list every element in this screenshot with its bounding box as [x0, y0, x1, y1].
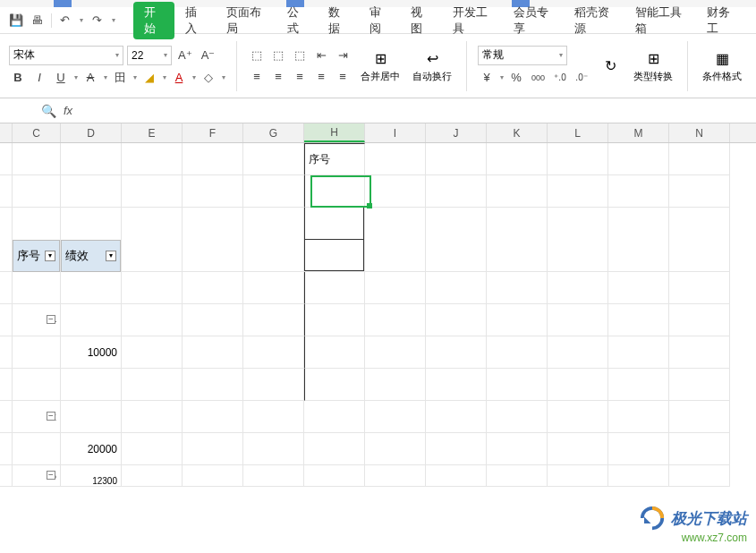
col-header-L[interactable]: L [548, 123, 608, 142]
zoom-out-icon[interactable]: 🔍 [41, 104, 56, 118]
cell-H6[interactable] [304, 304, 365, 336]
formula-input[interactable] [80, 102, 747, 120]
font-name-select[interactable]: 宋体 ▾ [9, 46, 123, 65]
number-format-select[interactable]: 常规 ▾ [478, 46, 567, 65]
diamond-dd[interactable]: ▾ [222, 73, 225, 81]
cell-perf-12300[interactable]: 12300 [61, 465, 122, 487]
align-bottom-icon[interactable]: ⬚ [291, 47, 309, 64]
fill-color-button[interactable]: ◢ [140, 69, 158, 87]
cell-H-header[interactable]: 序号 [304, 143, 365, 175]
align-top-icon[interactable]: ⬚ [248, 47, 266, 64]
col-header-C[interactable]: C [13, 123, 61, 142]
cell-H5[interactable] [304, 272, 365, 304]
redo-icon[interactable]: ↷ [90, 13, 104, 28]
font-color-button[interactable]: A [170, 69, 188, 87]
strike-dd[interactable]: ▾ [104, 73, 107, 81]
font-size-select[interactable]: 22 ▾ [127, 46, 172, 65]
currency-button[interactable]: ¥ [478, 69, 496, 87]
currency-dd[interactable]: ▾ [500, 73, 504, 81]
save-icon[interactable]: 💾 [9, 13, 23, 28]
dec-inc-button[interactable]: ⁺.0 [551, 69, 569, 87]
group-collapse-icon-3[interactable]: − [47, 471, 55, 480]
filter-seq-icon[interactable]: ▾ [45, 251, 55, 261]
tab-dev[interactable]: 开发工具 [442, 1, 503, 40]
col-header-I[interactable]: I [365, 123, 426, 142]
group-collapse-icon[interactable]: − [47, 315, 55, 324]
print-icon[interactable]: 🖶 [30, 13, 44, 28]
fontcolor-dd[interactable]: ▾ [192, 73, 196, 81]
dec-dec-button[interactable]: .0⁻ [573, 69, 590, 87]
rotate-button[interactable]: ↻ [596, 41, 624, 91]
comma-button[interactable]: 000 [529, 69, 548, 87]
col-header-H[interactable]: H [304, 123, 365, 142]
border-dd[interactable]: ▾ [133, 73, 137, 81]
col-header-partial[interactable] [0, 123, 13, 142]
col-header-G[interactable]: G [243, 123, 304, 142]
align-left-icon[interactable]: ≡ [248, 68, 266, 86]
tab-start[interactable]: 开始 [133, 2, 174, 39]
wrap-label: 自动换行 [412, 70, 452, 83]
fill-dd[interactable]: ▾ [163, 73, 166, 81]
strike-button[interactable]: A [81, 69, 99, 87]
align-center-icon[interactable]: ≡ [269, 68, 287, 86]
col-header-M[interactable]: M [608, 123, 669, 142]
cell-H7[interactable] [304, 336, 365, 369]
font-inc-button[interactable]: A⁺ [175, 47, 195, 64]
undo-dd[interactable]: ▾ [80, 16, 83, 24]
tab-member[interactable]: 会员专享 [503, 1, 564, 40]
tab-view[interactable]: 视图 [400, 1, 441, 40]
align-middle-icon[interactable]: ⬚ [269, 47, 287, 64]
diamond-button[interactable]: ◇ [200, 69, 217, 87]
cond-format-button[interactable]: ▦ 条件格式 [699, 41, 745, 91]
cell-H8[interactable] [304, 369, 365, 401]
tab-smart[interactable]: 智能工具箱 [624, 1, 695, 40]
table-seq-header[interactable]: 序号 ▾ [13, 240, 60, 272]
tab-insert[interactable]: 插入 [174, 1, 216, 40]
col-header-J[interactable]: J [426, 123, 487, 142]
ribbon-tabs: 开始 插入 页面布局 公式 数据 审阅 视图 开发工具 会员专享 稻壳资源 智能… [133, 1, 748, 40]
cell-seq-5[interactable]: − 5 [13, 465, 61, 487]
cell-H2[interactable] [304, 175, 365, 208]
col-header-E[interactable]: E [122, 123, 183, 142]
font-dec-button[interactable]: A⁻ [199, 47, 218, 64]
italic-button[interactable]: I [30, 69, 48, 87]
cell-H4[interactable] [304, 240, 364, 272]
underline-button[interactable]: U [52, 69, 70, 87]
merge-center-button[interactable]: ⊞ 合并居中 [357, 41, 403, 91]
tab-page-layout[interactable]: 页面布局 [216, 1, 276, 40]
redo-dd[interactable]: ▾ [112, 16, 115, 24]
tab-formula[interactable]: 公式 [276, 1, 318, 40]
grid-body[interactable]: 序号 序号 ▾ 绩效 ▾ [0, 143, 756, 487]
indent-dec-icon[interactable]: ⇤ [312, 47, 330, 64]
cell-H3[interactable] [304, 208, 364, 240]
tab-review[interactable]: 审阅 [359, 1, 400, 40]
bold-button[interactable]: B [9, 69, 27, 87]
cell-perf-10000[interactable]: 10000 [61, 336, 122, 369]
cell-seq-2[interactable]: − 2 [13, 401, 61, 433]
col-header-F[interactable]: F [183, 123, 243, 142]
tab-daoke[interactable]: 稻壳资源 [564, 1, 624, 40]
indent-inc-icon[interactable]: ⇥ [334, 47, 352, 64]
tab-data[interactable]: 数据 [318, 1, 359, 40]
align-right-icon[interactable]: ≡ [291, 68, 309, 86]
wrap-text-button[interactable]: ↩ 自动换行 [409, 41, 455, 91]
filter-perf-icon[interactable]: ▾ [106, 251, 116, 261]
align-dist-icon[interactable]: ≡ [334, 68, 352, 86]
col-header-K[interactable]: K [487, 123, 548, 142]
percent-button[interactable]: % [507, 69, 525, 87]
table-perf-header[interactable]: 绩效 ▾ [61, 240, 121, 272]
fx-icon[interactable]: fx [64, 104, 72, 117]
align-justify-icon[interactable]: ≡ [312, 68, 330, 86]
undo-icon[interactable]: ↶ [58, 13, 72, 28]
cell-perf-20000[interactable]: 20000 [61, 433, 122, 465]
tab-finance[interactable]: 财务工 [696, 1, 747, 40]
cell-seq-4[interactable]: − 4 [13, 304, 61, 336]
type-convert-button[interactable]: ⊞ 类型转换 [630, 41, 676, 91]
ribbon: 宋体 ▾ 22 ▾ A⁺ A⁻ B I U ▾ A ▾ 田 ▾ ◢ ▾ A ▾ … [0, 34, 756, 98]
col-header-N[interactable]: N [669, 123, 730, 142]
spreadsheet-grid[interactable]: C D E F G H I J K L M N 序号 [0, 123, 756, 535]
group-collapse-icon-2[interactable]: − [47, 412, 55, 421]
col-header-D[interactable]: D [61, 123, 122, 142]
border-button[interactable]: 田 [111, 69, 129, 87]
underline-dd[interactable]: ▾ [74, 73, 78, 81]
